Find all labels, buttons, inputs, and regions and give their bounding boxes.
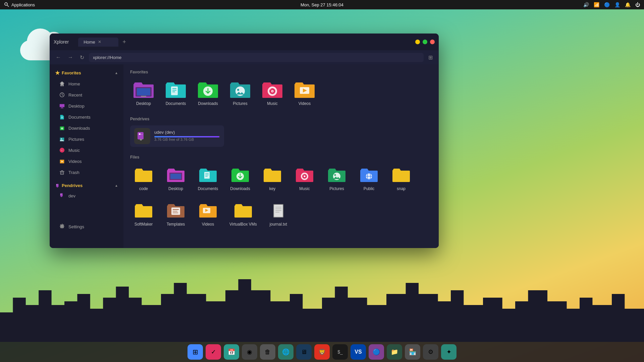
- file-softmaker[interactable]: SoftMaker: [130, 199, 157, 229]
- file-templates[interactable]: Templates: [162, 199, 189, 229]
- favorites-downloads[interactable]: Downloads: [195, 78, 221, 109]
- svg-rect-18: [57, 187, 58, 187]
- globe-taskbar-icon[interactable]: 🌐: [278, 344, 293, 360]
- new-tab-button[interactable]: +: [120, 37, 129, 47]
- wifi-icon[interactable]: 📶: [594, 2, 599, 7]
- file-journal[interactable]: journal.txt: [265, 199, 292, 229]
- calendar-taskbar-icon[interactable]: 📅: [224, 344, 239, 360]
- svg-point-32: [237, 89, 239, 91]
- file-desktop[interactable]: Desktop: [162, 164, 189, 194]
- terminal-taskbar-icon[interactable]: $_: [332, 344, 348, 360]
- vpn-taskbar-icon[interactable]: 🔵: [369, 344, 384, 360]
- pendrive-item-icon: [134, 128, 150, 144]
- home-tab[interactable]: Home ✕: [78, 38, 118, 47]
- bluetooth-icon[interactable]: 🔵: [604, 2, 610, 7]
- file-key-label: key: [269, 186, 276, 191]
- power-icon[interactable]: ⏻: [635, 2, 640, 7]
- notification-icon[interactable]: 🔔: [625, 2, 631, 7]
- favorites-music-label: Music: [267, 101, 277, 106]
- settings-item[interactable]: Settings: [52, 221, 121, 232]
- refresh-button[interactable]: ↻: [78, 53, 86, 62]
- tab-close-button[interactable]: ✕: [98, 40, 101, 44]
- xplorer-window: Xplorer Home ✕ + ← → ↻ ⊞: [50, 34, 439, 248]
- sidebar-item-documents[interactable]: Documents: [52, 112, 121, 122]
- close-button[interactable]: [430, 40, 435, 44]
- app-menu-label[interactable]: Applications: [11, 2, 35, 7]
- top-taskbar: Applications Mon, Sep 27 15:46:04 🔊 📶 🔵 …: [0, 0, 644, 9]
- file-documents-folder-icon: [199, 168, 217, 183]
- favorites-documents[interactable]: Documents: [162, 78, 189, 109]
- sidebar-item-desktop[interactable]: Desktop: [52, 101, 121, 111]
- filemgr-taskbar-icon[interactable]: 🖥: [296, 344, 312, 360]
- files-taskbar-icon[interactable]: ⊞: [187, 344, 203, 360]
- sidebar-item-recent[interactable]: Recent: [52, 89, 121, 100]
- window-controls: [415, 40, 435, 44]
- svg-rect-43: [140, 139, 142, 140]
- dev-icon: [59, 193, 65, 199]
- svg-rect-21: [61, 196, 62, 197]
- cityscape-decoration: [0, 268, 644, 342]
- favorites-downloads-label: Downloads: [198, 101, 218, 106]
- toolbar: ← → ↻ ⊞: [50, 50, 439, 64]
- settings2-taskbar-icon[interactable]: ⚙: [423, 344, 438, 360]
- pendrives-section-header[interactable]: Pendrives ▲: [50, 181, 123, 190]
- address-bar[interactable]: [89, 53, 424, 62]
- file-videos[interactable]: Videos: [195, 199, 221, 229]
- pendrive-item-dev[interactable]: udev (dev) 3.76 GB free of 3.76 GB: [130, 125, 224, 147]
- files2-taskbar-icon[interactable]: 📁: [387, 344, 402, 360]
- perplexity-taskbar-icon[interactable]: ✦: [441, 344, 457, 360]
- svg-point-36: [272, 91, 273, 92]
- favorites-section-header[interactable]: ★ Favorites ▲: [50, 68, 123, 78]
- sidebar-item-trash[interactable]: Trash: [52, 167, 121, 178]
- sidebar-item-home[interactable]: Home: [52, 78, 121, 89]
- svg-line-1: [7, 5, 9, 7]
- file-pictures[interactable]: Pictures: [323, 164, 350, 194]
- file-key[interactable]: key: [259, 164, 286, 194]
- file-downloads[interactable]: Downloads: [227, 164, 254, 194]
- svg-text:♪: ♪: [303, 174, 304, 176]
- layout-button[interactable]: ⊞: [426, 53, 435, 62]
- desktop-sidebar-icon: [59, 103, 65, 109]
- favorites-section-label: Favorites: [130, 70, 432, 74]
- trash-taskbar-icon[interactable]: 🗑: [260, 344, 275, 360]
- user-icon[interactable]: 👤: [614, 2, 620, 7]
- file-music[interactable]: ♪ Music: [291, 164, 318, 194]
- sidebar: ★ Favorites ▲ Home Recent: [50, 64, 123, 248]
- file-downloads-label: Downloads: [230, 186, 250, 191]
- forward-button[interactable]: →: [66, 53, 75, 62]
- back-button[interactable]: ←: [54, 53, 63, 62]
- sidebar-item-music[interactable]: ♪ Music: [52, 145, 121, 156]
- dev-drive-icon: [136, 130, 148, 142]
- file-documents[interactable]: Documents: [195, 164, 221, 194]
- app-menu[interactable]: Applications: [4, 2, 35, 7]
- svg-rect-45: [170, 174, 181, 179]
- svg-rect-22: [61, 194, 61, 195]
- file-code[interactable]: code: [130, 164, 157, 194]
- file-snap[interactable]: snap: [388, 164, 415, 194]
- minimize-button[interactable]: [415, 40, 420, 44]
- system-tray: 🔊 📶 🔵 👤 🔔 ⏻: [583, 2, 640, 7]
- content-area: Favorites Desktop: [123, 64, 439, 248]
- favorites-pictures[interactable]: Pictures: [227, 78, 254, 109]
- favorites-videos[interactable]: Videos: [291, 78, 318, 109]
- brave-taskbar-icon[interactable]: 🦁: [314, 344, 330, 360]
- sidebar-item-downloads[interactable]: Downloads: [52, 123, 121, 133]
- store-taskbar-icon[interactable]: 🏪: [405, 344, 420, 360]
- tasks-taskbar-icon[interactable]: ✓: [206, 344, 221, 360]
- favorites-documents-label: Documents: [166, 101, 186, 106]
- music-folder-icon: ♪: [262, 81, 283, 99]
- browser-taskbar-icon[interactable]: ◉: [242, 344, 257, 360]
- sidebar-item-dev[interactable]: dev: [52, 190, 121, 201]
- favorites-music[interactable]: ♪ Music: [259, 78, 286, 109]
- window-body: ★ Favorites ▲ Home Recent: [50, 64, 439, 248]
- svg-rect-5: [61, 108, 64, 108]
- sidebar-item-pictures[interactable]: Pictures: [52, 134, 121, 144]
- vscode-taskbar-icon[interactable]: VS: [351, 344, 366, 360]
- file-virtualbox[interactable]: VirtualBox VMs: [227, 199, 260, 229]
- maximize-button[interactable]: [423, 40, 427, 44]
- sidebar-item-videos[interactable]: Videos: [52, 156, 121, 167]
- favorites-desktop[interactable]: Desktop: [130, 78, 157, 109]
- volume-icon[interactable]: 🔊: [583, 2, 589, 7]
- file-public[interactable]: Public: [356, 164, 382, 194]
- datetime: Mon, Sep 27 15:46:04: [301, 2, 343, 7]
